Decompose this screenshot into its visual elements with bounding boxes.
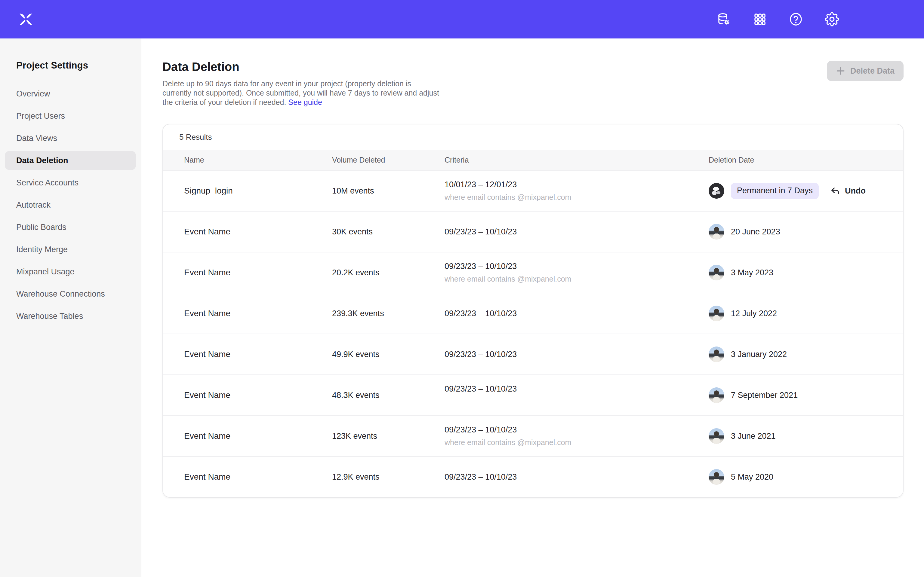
page-header: Data Deletion Delete up to 90 days data …: [162, 60, 903, 107]
sidebar-item-project-users[interactable]: Project Users: [5, 106, 136, 126]
column-header-criteria: Criteria: [444, 156, 709, 164]
criteria-subtext: [444, 397, 709, 406]
sidebar-item-label: Service Accounts: [16, 178, 79, 187]
column-header-deletion-date: Deletion Date: [709, 156, 903, 164]
sidebar-item-warehouse-connections[interactable]: Warehouse Connections: [5, 284, 136, 303]
help-icon[interactable]: [789, 12, 803, 26]
sidebar-item-public-boards[interactable]: Public Boards: [5, 218, 136, 237]
row-deletion-date-cell: 20 June 2023: [709, 224, 903, 240]
sidebar-item-label: Public Boards: [16, 223, 66, 232]
sidebar-title: Project Settings: [16, 60, 136, 71]
table-row: Event Name 48.3K events 09/23/23 – 10/10…: [163, 374, 903, 415]
column-header-volume-deleted: Volume Deleted: [332, 156, 444, 164]
status-badge: Permanent in 7 Days: [731, 183, 819, 199]
deletion-date: 12 July 2022: [731, 309, 777, 318]
sidebar-item-data-deletion[interactable]: Data Deletion: [5, 151, 136, 170]
sidebar-item-label: Autotrack: [16, 200, 50, 210]
mixpanel-app: Project Settings Overview Project Users …: [0, 0, 924, 577]
sidebar: Project Settings Overview Project Users …: [0, 39, 141, 577]
row-name: Event Name: [163, 431, 332, 441]
avatar: [709, 347, 724, 362]
row-volume: 12.9K events: [332, 472, 444, 482]
criteria-subtext: where email contains @mixpanel.com: [444, 438, 709, 447]
table-row: Event Name 239.3K events 09/23/23 – 10/1…: [163, 293, 903, 334]
row-volume: 20.2K events: [332, 268, 444, 277]
row-deletion-date-cell: 3 June 2021: [709, 428, 903, 444]
criteria-range: 09/23/23 – 10/10/23: [444, 425, 709, 435]
deletion-date: 5 May 2020: [731, 472, 773, 482]
row-criteria: 09/23/23 – 10/10/23: [444, 384, 709, 406]
row-volume: 10M events: [332, 186, 444, 196]
avatar: [709, 387, 724, 403]
sidebar-item-autotrack[interactable]: Autotrack: [5, 195, 136, 214]
avatar: [709, 469, 724, 485]
settings-icon[interactable]: [825, 12, 839, 26]
table-row: Event Name 30K events 09/23/23 – 10/10/2…: [163, 211, 903, 252]
criteria-subtext: where email contains @mixpanel.com: [444, 275, 709, 284]
undo-icon: [830, 186, 840, 196]
row-deletion-date-cell: 7 September 2021: [709, 387, 903, 403]
row-name: Event Name: [163, 309, 332, 318]
row-volume: 49.9K events: [332, 350, 444, 359]
table-row: Event Name 49.9K events 09/23/23 – 10/10…: [163, 334, 903, 374]
row-deletion-date-cell: 12 July 2022: [709, 306, 903, 321]
deletion-date: 7 September 2021: [731, 391, 798, 400]
deletion-date: 3 May 2023: [731, 268, 773, 277]
delete-data-button[interactable]: Delete Data: [827, 61, 903, 81]
sidebar-item-mixpanel-usage[interactable]: Mixpanel Usage: [5, 262, 136, 281]
row-criteria: 09/23/23 – 10/10/23: [444, 350, 709, 359]
table-header-row: Name Volume Deleted Criteria Deletion Da…: [163, 150, 903, 170]
sidebar-item-warehouse-tables[interactable]: Warehouse Tables: [5, 306, 136, 326]
page-header-text: Data Deletion Delete up to 90 days data …: [162, 60, 439, 107]
row-volume: 123K events: [332, 432, 444, 441]
data-management-icon[interactable]: [716, 12, 731, 26]
column-header-name: Name: [163, 156, 332, 164]
sidebar-item-label: Warehouse Connections: [16, 289, 105, 299]
row-criteria: 09/23/23 – 10/10/23: [444, 309, 709, 318]
apps-grid-icon[interactable]: [753, 12, 767, 26]
sidebar-item-label: Warehouse Tables: [16, 312, 83, 321]
row-criteria: 09/23/23 – 10/10/23: [444, 472, 709, 482]
table-row: Signup_login 10M events 10/01/23 – 12/01…: [163, 170, 903, 211]
table-row: Event Name 123K events 09/23/23 – 10/10/…: [163, 415, 903, 456]
avatar: [709, 428, 724, 444]
row-volume: 239.3K events: [332, 309, 444, 318]
sidebar-item-identity-merge[interactable]: Identity Merge: [5, 240, 136, 259]
criteria-range: 09/23/23 – 10/10/23: [444, 384, 709, 394]
plus-icon: [836, 66, 845, 76]
delete-data-button-label: Delete Data: [850, 66, 895, 76]
sidebar-item-overview[interactable]: Overview: [5, 84, 136, 103]
row-criteria: 09/23/23 – 10/10/23 where email contains…: [444, 262, 709, 284]
row-volume: 30K events: [332, 227, 444, 237]
sidebar-item-data-views[interactable]: Data Views: [5, 129, 136, 148]
criteria-range: 09/23/23 – 10/10/23: [444, 472, 709, 482]
row-criteria: 09/23/23 – 10/10/23: [444, 227, 709, 237]
page-description: Delete up to 90 days data for any event …: [162, 79, 439, 107]
row-deletion-date-cell: 3 May 2023: [709, 265, 903, 280]
row-deletion-date-cell: Permanent in 7 Days Undo: [709, 183, 903, 199]
sidebar-item-label: Identity Merge: [16, 245, 68, 254]
undo-label: Undo: [845, 186, 866, 196]
sidebar-nav: Overview Project Users Data Views Data D…: [5, 84, 136, 326]
deletion-date: 3 January 2022: [731, 350, 787, 359]
sidebar-item-label: Data Deletion: [16, 156, 68, 165]
row-criteria: 09/23/23 – 10/10/23 where email contains…: [444, 425, 709, 447]
undo-button[interactable]: Undo: [830, 186, 866, 196]
main-content: Data Deletion Delete up to 90 days data …: [141, 39, 924, 577]
see-guide-link[interactable]: See guide: [288, 98, 322, 106]
criteria-range: 10/01/23 – 12/01/23: [444, 180, 709, 189]
sidebar-item-label: Project Users: [16, 111, 65, 121]
topbar-icons: [716, 12, 839, 26]
sidebar-item-service-accounts[interactable]: Service Accounts: [5, 173, 136, 192]
top-navigation-bar: [0, 0, 924, 39]
avatar: [709, 183, 724, 199]
row-name: Signup_login: [163, 186, 332, 196]
avatar: [709, 224, 724, 240]
row-deletion-date-cell: 5 May 2020: [709, 469, 903, 485]
deletion-date: 3 June 2021: [731, 432, 776, 441]
row-name: Event Name: [163, 472, 332, 482]
criteria-range: 09/23/23 – 10/10/23: [444, 350, 709, 359]
mixpanel-logo[interactable]: [16, 10, 36, 29]
sidebar-item-label: Overview: [16, 89, 50, 98]
avatar: [709, 306, 724, 321]
